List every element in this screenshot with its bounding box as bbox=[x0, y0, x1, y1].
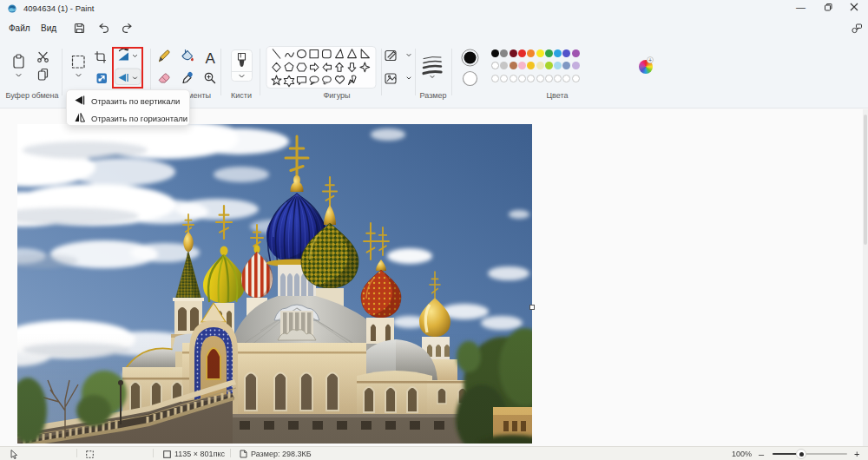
svg-text:A: A bbox=[206, 50, 216, 67]
